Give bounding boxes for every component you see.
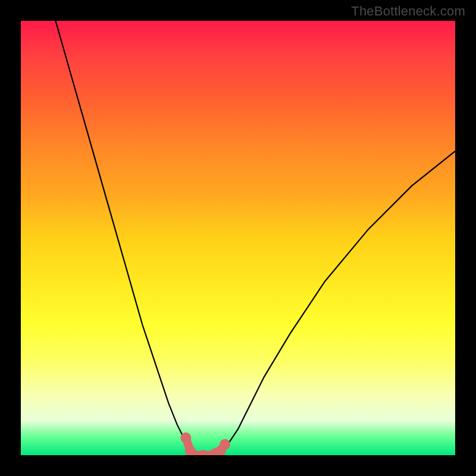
attribution-text: TheBottleneck.com	[351, 4, 465, 19]
highlight-point	[220, 439, 230, 450]
curve-overlay	[21, 21, 455, 455]
chart-frame: TheBottleneck.com	[0, 0, 476, 476]
bottleneck-curve	[55, 21, 455, 455]
highlight-markers	[180, 433, 230, 455]
plot-area	[21, 21, 455, 455]
highlight-point	[180, 433, 191, 443]
